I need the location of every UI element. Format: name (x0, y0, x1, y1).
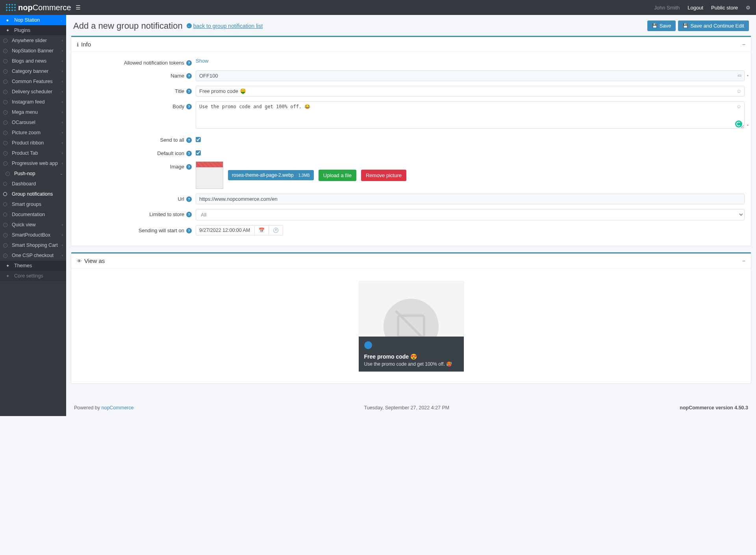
view-as-header[interactable]: 👁View as − (71, 253, 751, 268)
id-card-icon[interactable]: ▭ (737, 73, 741, 78)
default-icon-label: Default icon (157, 150, 184, 156)
collapse-icon[interactable]: − (742, 258, 745, 264)
logo-dots-icon (6, 4, 16, 11)
help-icon[interactable]: ? (186, 196, 192, 202)
save-continue-label: Save and Continue Edit (690, 23, 744, 29)
sidebar-item[interactable]: ›Product ribbon‹ (0, 138, 66, 148)
current-user: John Smith (654, 5, 680, 11)
puzzle-icon: ✦ (4, 263, 11, 268)
sidebar-item-label: Anywhere slider (12, 38, 47, 43)
chevron-left-icon: ‹ (62, 80, 63, 83)
sending-date-input[interactable] (196, 225, 255, 235)
save-continue-button[interactable]: 💾Save and Continue Edit (678, 20, 749, 31)
store-select[interactable]: All (196, 209, 745, 220)
sidebar-item[interactable]: Dashboard (0, 179, 66, 189)
sidebar-item[interactable]: ›Category banner‹ (0, 66, 66, 76)
footer-nop-link[interactable]: nopCommerce (101, 405, 133, 411)
help-icon[interactable]: ? (186, 164, 192, 170)
emoji-picker-icon[interactable]: ☺ (736, 104, 741, 109)
view-as-panel: 👁View as − Free promo code 😍 Use the pro… (71, 252, 751, 384)
settings-gear-icon[interactable]: ⚙ (746, 5, 750, 11)
public-store-link[interactable]: Public store (711, 5, 738, 11)
limited-store-label: Limited to store (149, 211, 184, 217)
sidebar-themes[interactable]: ✦ Themes (0, 261, 66, 271)
sidebar-item[interactable]: ›Product Tab‹ (0, 148, 66, 158)
sidebar-core-settings[interactable]: ✦ Core settings (0, 271, 66, 281)
name-input[interactable] (196, 70, 745, 81)
sidebar-nop-station[interactable]: ● Nop Station ⌄ (0, 15, 66, 25)
sidebar-item[interactable]: ›Instagram feed‹ (0, 97, 66, 107)
sidebar-item[interactable]: ›NopStation Banner‹ (0, 46, 66, 56)
url-input[interactable] (196, 194, 745, 204)
help-icon[interactable]: ? (186, 104, 192, 109)
clock-button[interactable]: 🕐 (269, 225, 283, 235)
sidebar-item[interactable]: ›Delivery scheduler‹ (0, 87, 66, 97)
chevron-left-icon: ‹ (62, 253, 63, 257)
sidebar-item[interactable]: Smart groups (0, 199, 66, 209)
required-star: * (747, 74, 749, 79)
arrow-circle-icon: › (2, 59, 9, 63)
sidebar-item-label: SmartProductBox (12, 232, 50, 238)
info-panel-header[interactable]: ℹInfo − (71, 37, 751, 52)
logout-link[interactable]: Logout (687, 5, 703, 11)
circle-icon (2, 182, 9, 186)
arrow-circle-icon: › (2, 80, 9, 84)
help-icon[interactable]: ? (186, 228, 192, 233)
help-icon[interactable]: ? (186, 73, 192, 79)
body-textarea[interactable] (196, 101, 745, 129)
sidebar-push-nop[interactable]: › Push-nop ⌄ (0, 168, 66, 179)
brand-logo[interactable]: nopCommerce (6, 3, 71, 12)
chevron-left-icon: ‹ (62, 90, 63, 94)
sidebar-item-label: NopStation Banner (12, 48, 54, 54)
sidebar-item[interactable]: ›SmartProductBox‹ (0, 230, 66, 240)
help-icon[interactable]: ? (186, 151, 192, 156)
brand-rest: Commerce (33, 3, 71, 12)
sidebar-item-label: Smart groups (12, 202, 41, 207)
save-button[interactable]: 💾Save (647, 20, 676, 31)
sidebar-item-label: Picture zoom (12, 130, 41, 135)
send-to-all-label: Send to all (160, 137, 184, 143)
sidebar-item[interactable]: ›Common Features‹ (0, 76, 66, 87)
emoji-picker-icon[interactable]: ☺ (736, 88, 741, 94)
sidebar-plugins[interactable]: ✦ Plugins (0, 25, 66, 35)
sidebar-item[interactable]: ›Mega menu‹ (0, 107, 66, 117)
show-link[interactable]: Show (196, 58, 209, 64)
calendar-button[interactable]: 📅 (255, 225, 269, 235)
sidebar-item[interactable]: Group notifications (0, 189, 66, 199)
chevron-left-icon: ‹ (62, 151, 63, 155)
collapse-icon[interactable]: − (742, 41, 745, 48)
sidebar-toggle-icon[interactable]: ☰ (76, 4, 81, 11)
help-icon[interactable]: ? (186, 60, 192, 66)
remove-picture-button[interactable]: Remove picture (361, 170, 406, 181)
chevron-left-icon: ‹ (62, 110, 63, 114)
chevron-down-icon: ⌄ (60, 18, 63, 22)
clock-icon: 🕐 (273, 228, 279, 233)
toast-title: Free promo code 😍 (364, 353, 458, 360)
sidebar-item[interactable]: ›Progressive web app‹ (0, 158, 66, 168)
toast-body: Use the promo code and get 100% off. 🥵 (364, 361, 458, 367)
sidebar-item[interactable]: ›Smart Shopping Cart‹ (0, 240, 66, 250)
sidebar-item[interactable]: ›One CSP checkout‹ (0, 250, 66, 261)
sidebar-core-label: Core settings (14, 273, 43, 279)
chevron-left-icon: ‹ (62, 69, 63, 73)
arrow-circle-icon: › (2, 161, 9, 166)
help-icon[interactable]: ? (186, 212, 192, 217)
sidebar-item[interactable]: Documentation (0, 209, 66, 220)
arrow-circle-icon: › (2, 49, 9, 53)
upload-button[interactable]: Upload a file (319, 170, 356, 181)
help-icon[interactable]: ? (186, 89, 192, 94)
sidebar-item[interactable]: ›Anywhere slider‹ (0, 35, 66, 46)
sidebar-item[interactable]: ›OCarousel‹ (0, 117, 66, 128)
back-link[interactable]: ← back to group notification list (187, 23, 263, 29)
sidebar-item[interactable]: ›Blogs and news‹ (0, 56, 66, 66)
circle-icon (2, 213, 9, 216)
grammarly-icon[interactable] (735, 120, 742, 128)
sidebar-item[interactable]: ›Quick view‹ (0, 220, 66, 230)
help-icon[interactable]: ? (186, 137, 192, 143)
title-input[interactable] (196, 86, 745, 96)
default-icon-checkbox[interactable] (196, 150, 201, 155)
send-all-checkbox[interactable] (196, 137, 201, 142)
url-label: Url (178, 196, 184, 202)
back-circle-icon: ← (187, 23, 192, 28)
sidebar-item[interactable]: ›Picture zoom‹ (0, 128, 66, 138)
